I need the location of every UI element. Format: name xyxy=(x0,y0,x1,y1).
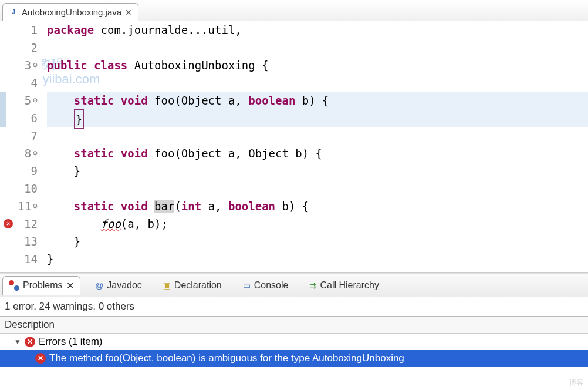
tab-javadoc[interactable]: @ Javadoc xyxy=(90,277,148,294)
cursor: } xyxy=(74,109,84,129)
errors-group-row[interactable]: ▼ ✕ Errors (1 item) xyxy=(0,334,588,350)
fold-icon[interactable]: ⊖ xyxy=(33,144,38,162)
tab-console[interactable]: ▭ Console xyxy=(237,277,295,294)
change-marker xyxy=(0,92,6,127)
line-gutter: 1 2 3⊖ 4 5⊖ 6 7 8⊖ 9 10 11⊖ ✕ 12 13 14 xyxy=(0,21,42,272)
problems-column-header[interactable]: Description xyxy=(0,317,588,334)
error-icon: ✕ xyxy=(35,353,46,364)
java-file-icon xyxy=(9,8,18,17)
tab-title: AutoboxingUnboxing.java xyxy=(22,7,121,17)
editor-tab-bar: AutoboxingUnboxing.java ✕ xyxy=(0,0,588,21)
tab-declaration[interactable]: ▣ Declaration xyxy=(157,277,228,294)
error-icon: ✕ xyxy=(25,337,35,347)
error-item-row[interactable]: ✕ The method foo(Object, boolean) is amb… xyxy=(0,350,588,367)
footer-watermark: 博客 xyxy=(569,378,583,388)
editor-tab[interactable]: AutoboxingUnboxing.java ✕ xyxy=(2,3,138,21)
fold-icon[interactable]: ⊖ xyxy=(33,92,38,109)
bottom-panel: Problems ✕ @ Javadoc ▣ Declaration ▭ Con… xyxy=(0,273,588,367)
code-content[interactable]: package com.journalde...util, public cla… xyxy=(42,21,588,272)
tab-problems[interactable]: Problems ✕ xyxy=(2,276,80,295)
error-underline: foo xyxy=(101,217,121,230)
bottom-tabs: Problems ✕ @ Javadoc ▣ Declaration ▭ Con… xyxy=(0,274,588,297)
problems-icon xyxy=(9,280,19,291)
tab-call-hierarchy[interactable]: ⇉ Call Hierarchy xyxy=(303,277,384,294)
error-marker-icon[interactable]: ✕ xyxy=(4,219,13,228)
javadoc-icon: @ xyxy=(96,281,104,290)
code-editor[interactable]: 易百教程 www.yiibai.com 1 2 3⊖ 4 5⊖ 6 7 8⊖ 9… xyxy=(0,21,588,273)
close-icon[interactable]: ✕ xyxy=(125,8,132,17)
close-icon[interactable]: ✕ xyxy=(66,280,74,291)
fold-icon[interactable]: ⊖ xyxy=(33,56,38,74)
console-icon: ▭ xyxy=(243,281,251,290)
problems-summary: 1 error, 24 warnings, 0 others xyxy=(0,297,588,317)
expand-arrow-icon[interactable]: ▼ xyxy=(14,338,21,346)
fold-icon[interactable]: ⊖ xyxy=(33,197,38,215)
problems-tree: ▼ ✕ Errors (1 item) ✕ The method foo(Obj… xyxy=(0,334,588,367)
hierarchy-icon: ⇉ xyxy=(309,281,316,290)
declaration-icon: ▣ xyxy=(163,281,171,290)
